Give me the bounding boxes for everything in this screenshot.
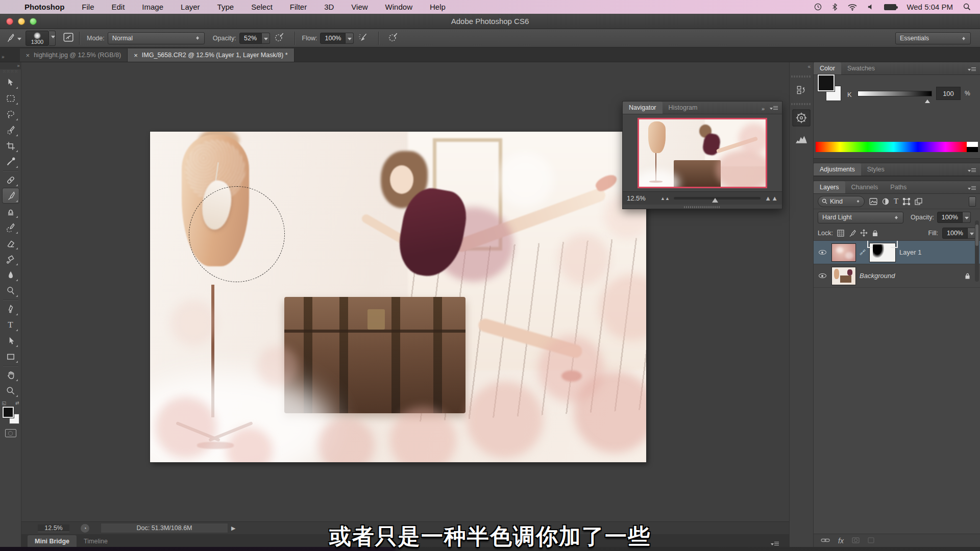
volume-muted-icon[interactable] bbox=[867, 4, 874, 10]
layer-row-layer1[interactable]: 🔗︎ Layer 1 bbox=[814, 241, 980, 264]
navigator-view-box[interactable] bbox=[638, 118, 767, 188]
swap-colors-icon[interactable]: ⇄ bbox=[15, 400, 19, 406]
wifi-icon[interactable] bbox=[848, 4, 857, 11]
airbrush-icon[interactable] bbox=[358, 32, 369, 44]
eyedropper-tool[interactable] bbox=[2, 154, 19, 169]
quick-selection-tool[interactable] bbox=[2, 122, 19, 138]
layer-row-background[interactable]: Background bbox=[814, 264, 980, 288]
panel-menu-icon[interactable] bbox=[968, 67, 976, 72]
navigator-panel-icon[interactable] bbox=[792, 109, 811, 127]
quick-mask-button[interactable] bbox=[5, 429, 16, 437]
blur-tool[interactable] bbox=[2, 267, 19, 283]
k-value-field[interactable]: 100 bbox=[936, 87, 961, 100]
path-selection-tool[interactable] bbox=[2, 333, 19, 348]
layer-filter-toggle[interactable] bbox=[969, 196, 976, 207]
dodge-tool[interactable] bbox=[2, 283, 19, 298]
foreground-color-swatch[interactable] bbox=[818, 74, 835, 91]
lock-all-icon[interactable] bbox=[872, 230, 878, 237]
workspace-switcher[interactable]: Essentials bbox=[895, 32, 971, 44]
navigator-preview[interactable] bbox=[623, 114, 782, 192]
brush-panel-toggle-icon[interactable] bbox=[63, 32, 74, 44]
zoom-tool[interactable] bbox=[2, 383, 19, 398]
zoom-out-icon[interactable]: ▲▲ bbox=[660, 196, 670, 201]
layer-fill-value[interactable]: 100% bbox=[942, 228, 968, 239]
marquee-tool[interactable] bbox=[2, 90, 19, 106]
panel-menu-icon[interactable] bbox=[968, 186, 976, 191]
layer-mask-link-icon[interactable]: 🔗︎ bbox=[860, 249, 866, 256]
layer-opacity-value[interactable]: 100% bbox=[937, 212, 963, 223]
tab-histogram[interactable]: Histogram bbox=[663, 102, 704, 114]
pressure-opacity-icon[interactable] bbox=[274, 32, 285, 44]
tab-layers[interactable]: Layers bbox=[814, 181, 845, 193]
filter-adjustment-layers-icon[interactable] bbox=[882, 198, 889, 205]
blend-mode-dropdown[interactable]: Normal bbox=[108, 32, 205, 44]
menu-view[interactable]: View bbox=[351, 3, 368, 11]
color-spectrum-ramp[interactable] bbox=[816, 142, 978, 152]
tab-color[interactable]: Color bbox=[814, 62, 841, 74]
pen-tool[interactable] bbox=[2, 301, 19, 317]
flow-dropdown-arrow[interactable] bbox=[346, 33, 354, 44]
flow-value[interactable]: 100% bbox=[320, 33, 346, 44]
menubar-clock[interactable]: Wed 5:04 PM bbox=[906, 3, 953, 11]
layer-opacity-arrow[interactable] bbox=[963, 212, 971, 223]
default-colors-icon[interactable]: ◱ bbox=[2, 400, 7, 406]
menu-photoshop[interactable]: Photoshop bbox=[24, 3, 64, 11]
opacity-control[interactable]: 52% bbox=[239, 33, 270, 44]
layer-visibility-icon[interactable] bbox=[817, 271, 828, 281]
panel-scrollbar[interactable] bbox=[975, 220, 979, 282]
background-thumbnail[interactable] bbox=[831, 267, 856, 285]
black-swatch[interactable] bbox=[967, 147, 978, 152]
brush-preset-arrow[interactable] bbox=[49, 31, 56, 46]
layer1-mask-thumbnail[interactable] bbox=[869, 243, 896, 262]
tab-paths[interactable]: Paths bbox=[884, 181, 913, 193]
opacity-value[interactable]: 52% bbox=[239, 33, 262, 44]
filter-image-layers-icon[interactable] bbox=[869, 198, 877, 205]
pressure-size-icon[interactable] bbox=[388, 32, 399, 44]
navigator-zoom-field[interactable]: 12.5% bbox=[627, 194, 656, 202]
clone-stamp-tool[interactable] bbox=[2, 204, 19, 219]
menu-image[interactable]: Image bbox=[142, 3, 163, 11]
layer-blend-mode-dropdown[interactable]: Hard Light bbox=[818, 212, 903, 223]
tab-navigator[interactable]: Navigator bbox=[623, 102, 663, 114]
spotlight-icon[interactable] bbox=[963, 3, 971, 11]
menu-edit[interactable]: Edit bbox=[112, 3, 125, 11]
time-machine-icon[interactable] bbox=[814, 3, 822, 11]
filter-shape-layers-icon[interactable] bbox=[903, 198, 910, 205]
panel-menu-icon[interactable] bbox=[770, 106, 778, 111]
filter-type-layers-icon[interactable]: T bbox=[894, 197, 898, 206]
filter-smart-object-icon[interactable] bbox=[915, 198, 922, 205]
menu-select[interactable]: Select bbox=[251, 3, 273, 11]
crop-tool[interactable] bbox=[2, 138, 19, 154]
zoom-slider-knob[interactable] bbox=[712, 195, 718, 203]
tool-preset-picker[interactable] bbox=[5, 33, 21, 43]
layer-visibility-icon[interactable] bbox=[817, 248, 828, 257]
doc-tab-img5658[interactable]: × IMG_5658.CR2 @ 12.5% (Layer 1, Layer M… bbox=[128, 48, 294, 62]
canvas-photo[interactable] bbox=[150, 132, 646, 462]
lock-position-icon[interactable] bbox=[860, 229, 868, 237]
lock-image-pixels-icon[interactable] bbox=[848, 230, 856, 237]
layer-opacity-control[interactable]: 100% bbox=[937, 212, 971, 223]
panel-collapse-icon[interactable]: » bbox=[762, 106, 765, 112]
close-tab-icon[interactable]: × bbox=[26, 52, 30, 59]
tools-collapse-chevron-icon[interactable]: » bbox=[0, 62, 21, 69]
white-swatch[interactable] bbox=[967, 142, 978, 147]
foreground-background-swatches[interactable] bbox=[2, 407, 19, 424]
foreground-color-swatch[interactable] bbox=[3, 407, 14, 418]
navigator-zoom-slider[interactable] bbox=[674, 197, 761, 199]
menu-layer[interactable]: Layer bbox=[181, 3, 200, 11]
tab-swatches[interactable]: Swatches bbox=[841, 62, 881, 74]
lock-transparent-pixels-icon[interactable] bbox=[837, 230, 844, 237]
shape-tool[interactable] bbox=[2, 348, 19, 364]
lasso-tool[interactable] bbox=[2, 106, 19, 122]
tab-adjustments[interactable]: Adjustments bbox=[814, 163, 861, 176]
move-tool[interactable] bbox=[2, 74, 19, 90]
layer1-thumbnail[interactable] bbox=[831, 243, 856, 262]
menu-file[interactable]: File bbox=[82, 3, 94, 11]
layer-filter-kind-dropdown[interactable]: Kind bbox=[818, 196, 865, 207]
tools-grip[interactable]: ⁙⁙⁙⁙ bbox=[3, 69, 18, 74]
opacity-dropdown-arrow[interactable] bbox=[262, 33, 270, 44]
dock-collapse-chevron-icon[interactable]: « bbox=[790, 62, 813, 72]
tab-styles[interactable]: Styles bbox=[861, 163, 891, 176]
flow-control[interactable]: 100% bbox=[320, 33, 354, 44]
brush-preview[interactable]: 1300 bbox=[26, 31, 49, 46]
